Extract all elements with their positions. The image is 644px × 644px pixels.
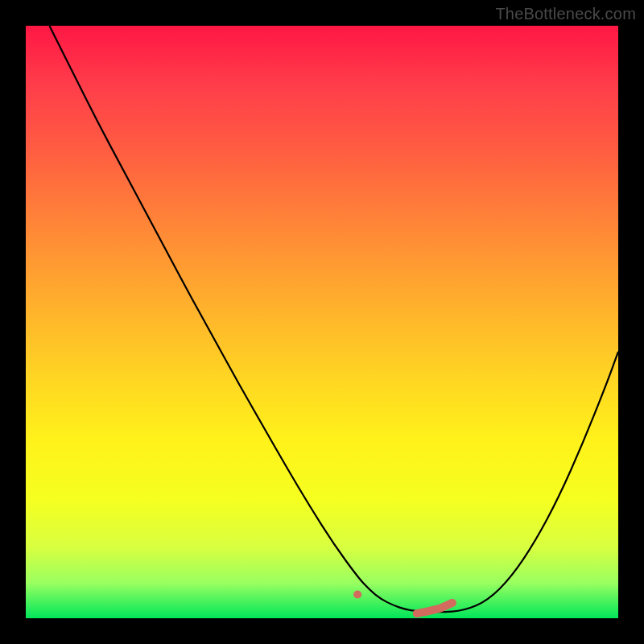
watermark-text: TheBottleneck.com [495, 5, 636, 23]
curve-layer [26, 26, 618, 618]
optimal-point-dot [353, 591, 361, 599]
chart-canvas: TheBottleneck.com [0, 0, 644, 644]
bottleneck-curve [49, 26, 618, 612]
optimal-marker-group [353, 591, 452, 614]
